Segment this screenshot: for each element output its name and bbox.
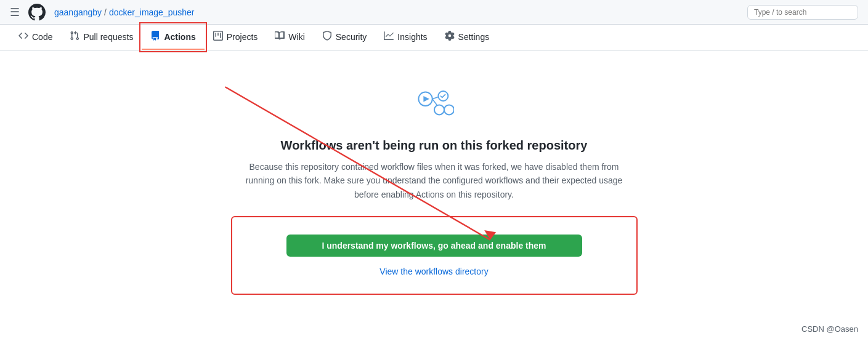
workflow-card: I understand my workflows, go ahead and … [231, 216, 638, 295]
nav-tabs: Code Pull requests Actions Projects Wiki [0, 25, 868, 50]
tab-wiki[interactable]: Wiki [266, 25, 313, 50]
top-bar-right [747, 5, 858, 20]
breadcrumb-repo[interactable]: docker_image_pusher [109, 7, 195, 17]
tab-wiki-label: Wiki [288, 32, 304, 42]
svg-point-5 [434, 105, 444, 114]
top-bar-left: ☰ gaangangby / docker_image_pusher [10, 4, 195, 21]
tab-actions-wrapper: Actions [142, 25, 204, 50]
tab-pull-requests[interactable]: Pull requests [61, 25, 142, 50]
tab-projects[interactable]: Projects [205, 25, 267, 50]
tab-pull-requests-label: Pull requests [83, 32, 133, 42]
main-content: Workflows aren't being run on this forke… [0, 50, 868, 319]
view-workflows-link[interactable]: View the workflows directory [379, 267, 488, 276]
menu-icon[interactable]: ☰ [10, 6, 20, 19]
svg-line-2 [432, 97, 438, 99]
settings-icon [445, 31, 455, 42]
breadcrumb-user[interactable]: gaangangby [54, 7, 102, 17]
insights-icon [384, 31, 394, 42]
github-logo [28, 4, 46, 21]
workflow-heading: Workflows aren't being run on this forke… [281, 138, 588, 153]
tab-code-label: Code [32, 32, 52, 42]
actions-icon [150, 31, 160, 42]
tab-actions-label: Actions [164, 32, 195, 42]
tab-actions[interactable]: Actions [142, 25, 204, 50]
svg-point-6 [444, 105, 454, 114]
tab-projects-label: Projects [227, 32, 258, 42]
security-icon [322, 31, 332, 42]
top-bar: ☰ gaangangby / docker_image_pusher [0, 0, 868, 25]
tab-insights[interactable]: Insights [375, 25, 436, 50]
wiki-icon [275, 31, 285, 42]
enable-workflows-button[interactable]: I understand my workflows, go ahead and … [286, 235, 582, 257]
workflow-illustration-svg [415, 87, 454, 124]
projects-icon [213, 31, 223, 42]
watermark: CSDN @Oasen [801, 324, 858, 334]
code-icon [18, 31, 28, 42]
tab-settings-label: Settings [458, 32, 490, 42]
tab-security[interactable]: Security [314, 25, 376, 50]
actions-illustration [415, 87, 454, 126]
workflow-description: Because this repository contained workfl… [243, 160, 625, 201]
breadcrumb: gaangangby / docker_image_pusher [54, 7, 195, 17]
tab-insights-label: Insights [397, 32, 427, 42]
tab-code[interactable]: Code [10, 25, 61, 50]
search-input[interactable] [747, 5, 858, 20]
tab-security-label: Security [336, 32, 367, 42]
breadcrumb-separator: / [104, 7, 107, 17]
tab-settings[interactable]: Settings [436, 25, 498, 50]
pr-icon [70, 31, 79, 42]
